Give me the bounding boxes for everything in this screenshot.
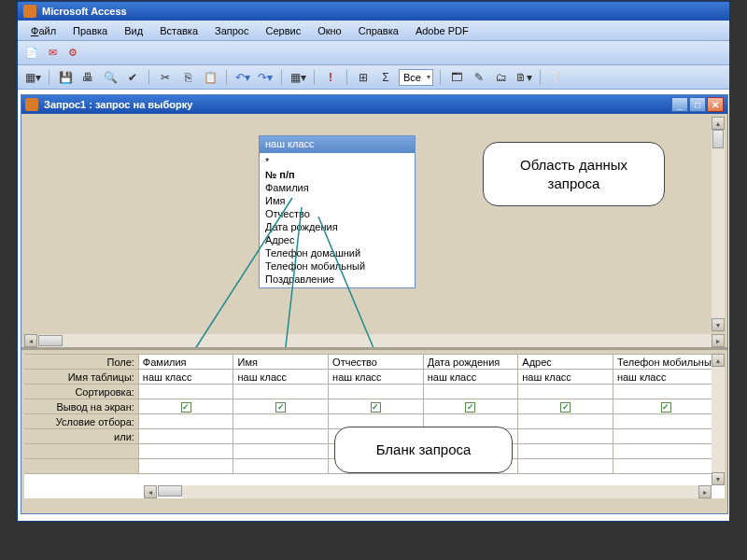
upper-hscrollbar[interactable]: ◂ ▸: [24, 334, 725, 347]
grid-cell-sort[interactable]: [138, 385, 233, 399]
field-item[interactable]: *: [260, 155, 415, 168]
grid-cell-sort[interactable]: [613, 385, 719, 399]
grid-cell-field[interactable]: Телефон мобильны: [613, 355, 719, 370]
grid-cell-show[interactable]: ✓: [423, 399, 518, 414]
grid-cell-or[interactable]: [613, 429, 719, 444]
grid-cell-field[interactable]: Имя: [233, 355, 329, 370]
grid-cell-sort[interactable]: [423, 385, 518, 399]
upper-vscrollbar[interactable]: ▴ ▾: [712, 117, 725, 331]
undo-button[interactable]: ↶▾: [233, 68, 252, 87]
grid-cell-show[interactable]: ✓: [233, 399, 329, 414]
field-item[interactable]: Адрес: [260, 233, 415, 246]
field-item[interactable]: Телефон мобильный: [260, 259, 415, 273]
field-item[interactable]: Поздравление: [260, 273, 415, 286]
menu-help[interactable]: Справка: [351, 23, 406, 38]
grid-cell-sort[interactable]: [233, 385, 329, 399]
field-item[interactable]: Отчество: [260, 207, 415, 220]
grid-cell-or[interactable]: [233, 429, 329, 444]
totals-button[interactable]: Σ: [376, 68, 395, 87]
field-item-pk[interactable]: № п/п: [260, 168, 415, 181]
database-window-button[interactable]: 🗂: [492, 68, 511, 87]
menu-file[interactable]: Файл: [23, 23, 63, 38]
checkbox-icon[interactable]: ✓: [661, 402, 671, 413]
pdf-icon[interactable]: 📄: [23, 45, 40, 62]
field-item[interactable]: Телефон домашний: [260, 246, 415, 259]
scroll-down-arrow[interactable]: ▾: [712, 318, 725, 331]
scroll-left-arrow[interactable]: ◂: [24, 334, 37, 347]
scroll-right-arrow[interactable]: ▸: [712, 334, 725, 347]
copy-button[interactable]: ⎘: [178, 68, 197, 87]
lower-vscrollbar[interactable]: ▴ ▾: [712, 354, 725, 485]
top-values-combo[interactable]: Все: [399, 69, 433, 86]
print-button[interactable]: 🖶: [78, 68, 97, 87]
menu-view[interactable]: Вид: [117, 23, 150, 38]
grid-cell-field[interactable]: Адрес: [518, 355, 613, 370]
field-item[interactable]: Фамилия: [260, 181, 415, 194]
table-field-list[interactable]: наш класс * № п/п Фамилия Имя Отчество Д…: [259, 135, 416, 288]
grid-cell-sort[interactable]: [518, 385, 613, 399]
grid-cell-table[interactable]: наш класс: [423, 370, 518, 385]
field-item[interactable]: Имя: [260, 194, 415, 207]
pdf-settings-icon[interactable]: ⚙: [64, 45, 81, 62]
grid-cell-criteria[interactable]: [518, 414, 613, 429]
grid-cell-table[interactable]: наш класс: [613, 370, 719, 385]
grid-cell-show[interactable]: ✓: [613, 399, 719, 414]
menu-adobe[interactable]: Adobe PDF: [408, 23, 476, 38]
save-button[interactable]: 💾: [56, 68, 75, 87]
grid-cell-table[interactable]: наш класс: [138, 370, 233, 385]
new-object-button[interactable]: 🗎▾: [514, 68, 533, 87]
checkbox-icon[interactable]: ✓: [371, 402, 381, 413]
scroll-left-arrow[interactable]: ◂: [144, 485, 157, 498]
pdf-mail-icon[interactable]: ✉: [44, 45, 61, 62]
close-button[interactable]: ✕: [707, 97, 724, 112]
grid-cell-show[interactable]: ✓: [518, 399, 613, 414]
cut-button[interactable]: ✂: [156, 68, 175, 87]
field-item[interactable]: Дата рождения: [260, 220, 415, 233]
print-preview-button[interactable]: 🔍: [101, 68, 120, 87]
grid-cell-or[interactable]: [138, 429, 233, 444]
grid-cell-sort[interactable]: [329, 385, 424, 399]
maximize-button[interactable]: □: [689, 97, 706, 112]
redo-button[interactable]: ↷▾: [256, 68, 275, 87]
grid-cell-or[interactable]: [518, 429, 613, 444]
checkbox-icon[interactable]: ✓: [560, 402, 571, 413]
grid-cell-field[interactable]: Отчество: [329, 355, 424, 370]
checkbox-icon[interactable]: ✓: [275, 402, 286, 413]
checkbox-icon[interactable]: ✓: [181, 402, 191, 413]
scroll-down-arrow[interactable]: ▾: [712, 472, 725, 485]
query-type-button[interactable]: ▦▾: [289, 68, 307, 87]
scroll-thumb[interactable]: [158, 485, 182, 497]
grid-cell-field[interactable]: Фамилия: [138, 355, 233, 370]
grid-cell-criteria[interactable]: [138, 414, 233, 429]
checkbox-icon[interactable]: ✓: [465, 402, 475, 413]
scroll-up-arrow[interactable]: ▴: [712, 354, 725, 367]
grid-cell-table[interactable]: наш класс: [518, 370, 613, 385]
build-button[interactable]: ✎: [470, 68, 488, 87]
grid-cell-table[interactable]: наш класс: [233, 370, 329, 385]
menu-insert[interactable]: Вставка: [152, 23, 205, 38]
paste-button[interactable]: 📋: [201, 68, 219, 87]
menu-query[interactable]: Запрос: [207, 23, 256, 38]
menu-window[interactable]: Окно: [310, 23, 349, 38]
help-button[interactable]: ❔: [547, 68, 566, 87]
scroll-thumb[interactable]: [712, 130, 724, 148]
grid-cell-criteria[interactable]: [613, 414, 719, 429]
scroll-thumb[interactable]: [38, 335, 63, 346]
minimize-button[interactable]: _: [671, 97, 688, 112]
spelling-button[interactable]: ✔: [123, 68, 142, 87]
view-dropdown-button[interactable]: ▦▾: [23, 68, 42, 87]
grid-cell-field[interactable]: Дата рождения: [423, 355, 518, 370]
grid-cell-show[interactable]: ✓: [329, 399, 424, 414]
properties-button[interactable]: 🗔: [447, 68, 466, 87]
grid-cell-criteria[interactable]: [233, 414, 329, 429]
run-button[interactable]: !: [321, 68, 340, 87]
grid-cell-show[interactable]: ✓: [138, 399, 233, 414]
grid-cell-table[interactable]: наш класс: [329, 370, 424, 385]
scroll-up-arrow[interactable]: ▴: [712, 117, 725, 130]
lower-hscrollbar[interactable]: ◂ ▸: [144, 485, 712, 498]
menu-tools[interactable]: Сервис: [259, 23, 309, 38]
show-table-button[interactable]: ⊞: [354, 68, 373, 87]
scroll-right-arrow[interactable]: ▸: [698, 485, 712, 498]
row-label-sort: Сортировка:: [24, 385, 138, 399]
menu-edit[interactable]: Правка: [65, 23, 115, 38]
